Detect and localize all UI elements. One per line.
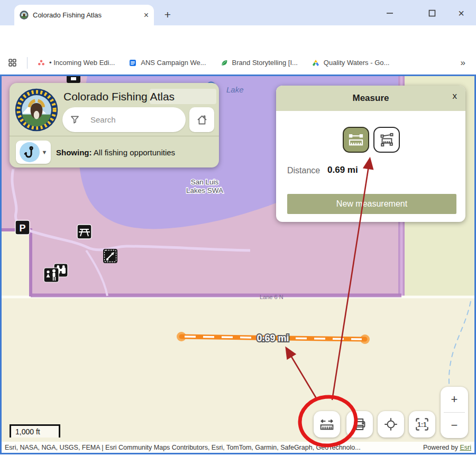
family-restroom-icon[interactable] bbox=[44, 268, 59, 282]
measure-distance-tool-button[interactable] bbox=[343, 127, 369, 153]
default-extent-button[interactable]: 1:1 bbox=[409, 411, 435, 438]
map-marker-cut-icon[interactable] bbox=[67, 76, 80, 83]
swa-notch bbox=[2, 230, 31, 296]
zoom-control: + − bbox=[441, 387, 468, 438]
tab-favicon-cpw-logo-icon bbox=[20, 11, 29, 20]
bookmark-label: • Incoming Web Edi... bbox=[49, 59, 115, 67]
extent-1-1-icon: 1:1 bbox=[414, 416, 431, 433]
print-button[interactable] bbox=[346, 411, 373, 438]
svg-text:1:1: 1:1 bbox=[417, 421, 427, 429]
zoom-out-button[interactable]: − bbox=[441, 413, 468, 438]
showing-label: Showing: bbox=[56, 148, 92, 157]
measure-area-tool-button[interactable] bbox=[373, 127, 400, 153]
swa-label-line2: Lakes SWA bbox=[186, 187, 223, 194]
measure-tool-button[interactable] bbox=[314, 411, 340, 438]
browser-toolbar: ndismaps.nrel.colostate.edu/index.ht... bbox=[0, 25, 476, 51]
showing-text: Showing: All fishing opportunities bbox=[56, 148, 175, 157]
tab-strip: Colorado Fishing Atlas × + × bbox=[0, 0, 476, 25]
bookmarks-bar: • Incoming Web Edi... ANS Campaign We...… bbox=[0, 51, 476, 75]
tab-close-icon[interactable]: × bbox=[144, 11, 149, 20]
showing-value: All fishing opportunities bbox=[92, 148, 176, 157]
scalebar: 1,000 ft bbox=[10, 424, 60, 438]
bookmark-item[interactable]: Quality Waters - Go... bbox=[312, 59, 390, 67]
locate-crosshair-icon bbox=[383, 416, 399, 432]
filter-funnel-icon[interactable] bbox=[69, 114, 80, 125]
bookmark-label: Brand Storytelling [I... bbox=[232, 59, 298, 67]
lake-label: Lake bbox=[226, 85, 244, 94]
search-input[interactable] bbox=[90, 115, 196, 124]
measurement-label: 0.69 mi bbox=[257, 333, 289, 343]
distance-value: 0.69 mi bbox=[327, 165, 358, 175]
browser-tab[interactable]: Colorado Fishing Atlas × bbox=[14, 5, 154, 25]
attribution-bar: Esri, NASA, NGA, USGS, FEMA | Esri Commu… bbox=[2, 442, 474, 453]
bookmark-label: ANS Campaign We... bbox=[141, 59, 206, 67]
printer-icon bbox=[352, 416, 368, 432]
bookmarks-overflow-chevron-icon[interactable]: » bbox=[461, 58, 465, 68]
scalebar-label: 1,000 ft bbox=[15, 427, 40, 436]
home-extent-button[interactable] bbox=[189, 107, 214, 132]
measure-icon bbox=[318, 416, 335, 433]
app-panel: Colorado Fishing Atlas bbox=[10, 83, 219, 167]
measure-close-button[interactable]: x bbox=[453, 91, 457, 101]
fish-hook-icon bbox=[20, 142, 40, 162]
powered-by: Powered by Esri bbox=[423, 444, 471, 451]
home-icon bbox=[196, 114, 208, 126]
tab-title: Colorado Fishing Atlas bbox=[33, 11, 140, 19]
new-tab-button[interactable]: + bbox=[160, 7, 175, 22]
attribution-sources: Esri, NASA, NGA, USGS, FEMA | Esri Commu… bbox=[5, 444, 423, 451]
esri-link[interactable]: Esri bbox=[460, 444, 471, 451]
bookmark-item[interactable]: • Incoming Web Edi... bbox=[37, 59, 115, 67]
svg-text:P: P bbox=[19, 223, 25, 234]
apps-grid-icon[interactable] bbox=[7, 58, 17, 68]
bookmarks-divider bbox=[27, 57, 28, 69]
blue-doc-icon bbox=[129, 59, 137, 67]
window-maximize-button[interactable] bbox=[422, 6, 443, 20]
window-close-button[interactable]: × bbox=[451, 6, 472, 20]
map-viewport[interactable]: Lake San Luis Lakes SWA Lane 6 N P bbox=[0, 75, 476, 454]
powered-by-text: Powered by bbox=[423, 444, 460, 451]
layer-filter-row: ▼ Showing: All fishing opportunities bbox=[10, 137, 219, 167]
bookmark-item[interactable]: Brand Storytelling [I... bbox=[220, 59, 298, 67]
area-ruler-icon bbox=[378, 131, 396, 148]
cpw-logo-icon bbox=[14, 88, 59, 132]
search-box[interactable] bbox=[62, 107, 186, 132]
road-label: Lane 6 N bbox=[260, 294, 283, 300]
app-panel-header: Colorado Fishing Atlas bbox=[10, 83, 219, 136]
parking-icon[interactable]: P bbox=[15, 220, 30, 235]
bookmark-item[interactable]: ANS Campaign We... bbox=[129, 59, 206, 67]
app-title: Colorado Fishing Atlas bbox=[63, 90, 175, 103]
window-minimize-button[interactable] bbox=[379, 6, 400, 20]
measure-panel: Measure x Distance 0.69 m bbox=[276, 86, 465, 222]
measure-panel-header: Measure x bbox=[276, 86, 465, 111]
distance-label: Distance bbox=[287, 166, 320, 175]
fishing-layer-dropdown[interactable]: ▼ bbox=[16, 141, 51, 164]
bookmark-label: Quality Waters - Go... bbox=[324, 59, 390, 67]
distance-ruler-icon bbox=[347, 131, 365, 149]
viewpoint-icon[interactable] bbox=[103, 249, 117, 263]
swa-label-line1: San Luis bbox=[191, 178, 219, 186]
drive-icon bbox=[312, 59, 320, 67]
locate-button[interactable] bbox=[378, 411, 404, 438]
picnic-icon[interactable] bbox=[77, 225, 91, 239]
asana-dots-icon bbox=[37, 59, 45, 67]
zoom-in-button[interactable]: + bbox=[441, 387, 468, 412]
new-measurement-button[interactable]: New measurement bbox=[287, 194, 456, 214]
green-leaf-icon bbox=[220, 59, 228, 67]
chevron-down-icon: ▼ bbox=[42, 149, 48, 155]
measure-panel-title: Measure bbox=[353, 93, 389, 104]
